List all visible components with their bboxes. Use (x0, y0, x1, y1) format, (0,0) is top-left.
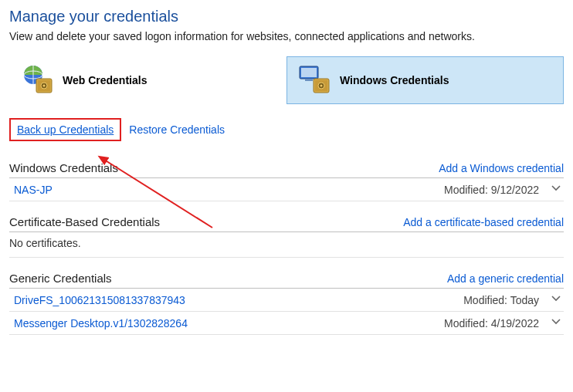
svg-point-13 (320, 85, 323, 87)
section-header: Generic Credentials Add a generic creden… (9, 269, 564, 289)
restore-credentials-link[interactable]: Restore Credentials (129, 123, 225, 136)
page-title: Manage your credentials (9, 8, 564, 25)
svg-point-6 (43, 85, 46, 87)
globe-safe-icon (21, 65, 55, 96)
section-header: Windows Credentials Add a Windows creden… (9, 158, 564, 178)
credential-tabs: Web Credentials Windows Credentials (9, 56, 564, 104)
backup-credentials-link[interactable]: Back up Credentials (9, 118, 121, 141)
credential-name[interactable]: DriveFS_100621315081337837943 (14, 294, 185, 306)
tab-windows-label: Windows Credentials (340, 74, 449, 86)
add-cert-credential-link[interactable]: Add a certificate-based credential (403, 216, 564, 228)
tab-windows-credentials[interactable]: Windows Credentials (286, 56, 564, 104)
add-generic-credential-link[interactable]: Add a generic credential (447, 272, 564, 285)
credential-modified: Modified: 4/19/2022 (444, 317, 539, 329)
section-generic-credentials: Generic Credentials Add a generic creden… (9, 269, 564, 335)
tab-web-credentials[interactable]: Web Credentials (9, 56, 286, 104)
credential-row[interactable]: Messenger Desktop.v1/1302828264 Modified… (9, 312, 564, 335)
section-title: Certificate-Based Credentials (9, 215, 160, 228)
credential-row[interactable]: DriveFS_100621315081337837943 Modified: … (9, 289, 564, 312)
section-title: Windows Credentials (9, 161, 118, 174)
chevron-down-icon[interactable] (550, 293, 562, 306)
monitor-safe-icon (298, 65, 332, 96)
credential-modified: Modified: Today (463, 294, 539, 306)
chevron-down-icon[interactable] (550, 316, 562, 329)
page-subtitle: View and delete your saved logon informa… (9, 30, 564, 42)
section-cert-credentials: Certificate-Based Credentials Add a cert… (9, 212, 564, 258)
svg-rect-9 (305, 79, 313, 81)
credential-row[interactable]: NAS-JP Modified: 9/12/2022 (9, 178, 564, 201)
credential-modified: Modified: 9/12/2022 (444, 184, 539, 196)
action-links: Back up Credentials Restore Credentials (9, 118, 564, 141)
credential-name[interactable]: Messenger Desktop.v1/1302828264 (14, 317, 188, 329)
section-title: Generic Credentials (9, 272, 112, 285)
svg-rect-8 (301, 68, 317, 77)
no-certificates-text: No certificates. (9, 232, 564, 258)
credential-name[interactable]: NAS-JP (14, 184, 53, 196)
section-windows-credentials: Windows Credentials Add a Windows creden… (9, 158, 564, 201)
chevron-down-icon[interactable] (550, 183, 562, 196)
section-header: Certificate-Based Credentials Add a cert… (9, 212, 564, 232)
add-windows-credential-link[interactable]: Add a Windows credential (439, 162, 564, 174)
tab-web-label: Web Credentials (63, 74, 147, 86)
